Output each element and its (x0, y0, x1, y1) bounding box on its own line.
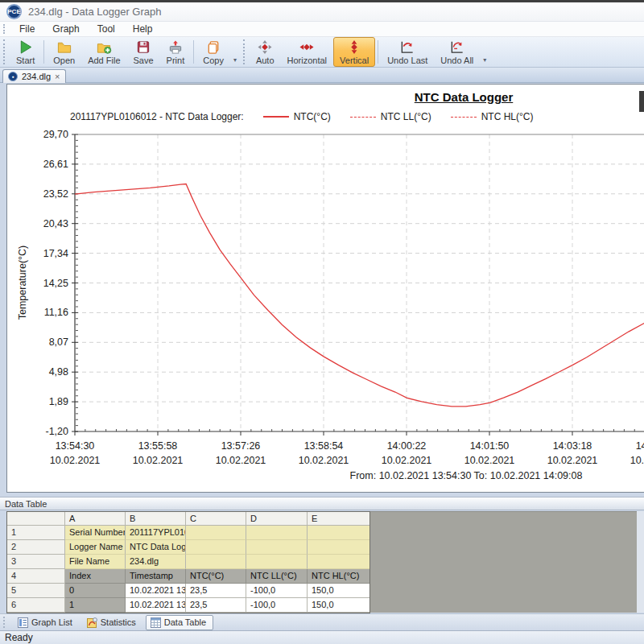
table-cell[interactable]: 1 (65, 598, 126, 613)
svg-text:14:04:46: 14:04:46 (636, 440, 644, 452)
col-header-corner[interactable] (7, 512, 65, 526)
tab-data-table[interactable]: Data Table (146, 615, 213, 630)
table-cell[interactable] (308, 555, 369, 569)
toolbar-separator (193, 40, 194, 64)
titlebar: PCE 234.dlg - Data Logger Graph (0, 2, 644, 22)
table-cell[interactable]: NTC Data Logger (126, 540, 186, 555)
open-button[interactable]: Open (47, 37, 81, 67)
table-cell[interactable] (308, 540, 369, 555)
save-button[interactable]: Save (127, 37, 160, 67)
toolbar-overflow-button-2[interactable]: ▾ (480, 37, 489, 67)
pce-tab-icon: ● (8, 72, 18, 81)
undo-all-label: Undo All (440, 56, 473, 65)
table-cell[interactable]: NTC HL(°C) (308, 569, 369, 584)
svg-text:8,07: 8,07 (49, 336, 68, 348)
svg-text:10.02.2021: 10.02.2021 (133, 455, 184, 466)
table-cell[interactable]: 0 (65, 584, 126, 598)
toolbar-grip-2[interactable] (243, 39, 246, 64)
table-cell[interactable]: 23,5 (186, 584, 246, 598)
tab-statistics[interactable]: Statistics (82, 615, 143, 630)
zoom-horizontal-icon (299, 39, 315, 55)
table-cell[interactable]: NTC(°C) (186, 569, 246, 584)
document-tab-234dlg[interactable]: ● 234.dlg × (2, 69, 66, 83)
data-table-scrollbar-track[interactable] (637, 511, 644, 613)
menu-file[interactable]: File (10, 22, 43, 36)
add-file-button[interactable]: Add File (81, 37, 126, 67)
table-cell[interactable]: 150,0 (308, 598, 369, 613)
table-cell[interactable] (186, 555, 246, 569)
copy-button[interactable]: Copy (196, 37, 230, 67)
col-header-e[interactable]: E (308, 512, 369, 526)
svg-text:14:01:50: 14:01:50 (470, 440, 510, 452)
start-button[interactable]: Start (10, 37, 41, 67)
menubar-grip[interactable] (3, 24, 6, 35)
zoom-auto-button[interactable]: Auto (250, 37, 281, 67)
table-cell[interactable] (186, 540, 246, 555)
table-cell[interactable] (246, 540, 308, 555)
zoom-vertical-icon (346, 39, 362, 55)
view-tabbar-grip[interactable] (3, 617, 6, 628)
save-floppy-icon (135, 39, 151, 55)
menubar: File Graph Tool Help (0, 22, 644, 37)
col-header-c[interactable]: C (186, 512, 246, 526)
col-header-d[interactable]: D (246, 512, 308, 526)
tab-graph-list-label: Graph List (31, 617, 72, 627)
add-file-label: Add File (88, 56, 120, 65)
chart-plot: 29,7026,6123,5220,4317,3414,2511,168,074… (7, 85, 644, 469)
col-header-a[interactable]: A (65, 512, 126, 526)
tab-graph-list[interactable]: Graph List (13, 615, 80, 630)
svg-text:23,52: 23,52 (43, 188, 68, 200)
undo-all-icon (449, 39, 465, 55)
svg-text:10.02.2021: 10.02.2021 (299, 455, 349, 466)
row-number[interactable]: 6 (7, 598, 65, 613)
row-number[interactable]: 4 (7, 569, 65, 584)
copy-label: Copy (203, 56, 224, 65)
row-number[interactable]: 2 (7, 540, 65, 555)
svg-text:29,70: 29,70 (43, 129, 68, 140)
menu-graph[interactable]: Graph (43, 22, 88, 36)
print-label: Print (167, 56, 185, 65)
print-button[interactable]: Print (160, 37, 192, 67)
start-label: Start (16, 56, 35, 65)
table-cell[interactable]: Timestamp (126, 569, 186, 584)
toolbar-grip-1[interactable] (3, 39, 6, 64)
table-cell[interactable] (246, 555, 308, 569)
table-cell[interactable]: Index (65, 569, 126, 584)
svg-text:13:54:30: 13:54:30 (56, 440, 95, 452)
menu-help[interactable]: Help (124, 22, 162, 36)
table-cell[interactable] (308, 526, 369, 540)
tab-close-icon[interactable]: × (55, 72, 60, 80)
toolbar-overflow-button[interactable]: ▾ (230, 37, 240, 67)
table-cell[interactable]: Logger Name (65, 540, 126, 555)
menu-tool[interactable]: Tool (89, 22, 124, 36)
zoom-horizontal-label: Horizontal (287, 56, 328, 65)
table-cell[interactable]: -100,0 (246, 584, 308, 598)
col-header-b[interactable]: B (126, 512, 186, 526)
zoom-horizontal-button[interactable]: Horizontal (281, 37, 334, 67)
row-number[interactable]: 5 (7, 584, 65, 598)
table-cell[interactable]: 234.dlg (126, 555, 186, 569)
table-cell[interactable]: File Name (65, 555, 126, 569)
svg-text:10.02.2021: 10.02.2021 (630, 455, 644, 466)
graph-vscrollbar-thumb[interactable] (639, 91, 644, 112)
table-cell[interactable] (186, 526, 246, 540)
table-cell[interactable]: 201117YPL010... (126, 526, 186, 540)
undo-all-button[interactable]: Undo All (434, 37, 480, 67)
table-cell[interactable]: 10.02.2021 13:... (126, 598, 186, 613)
open-folder-icon (56, 39, 72, 55)
svg-text:10.02.2021: 10.02.2021 (464, 455, 515, 466)
zoom-vertical-button[interactable]: Vertical (333, 37, 375, 67)
table-cell[interactable]: Serial Number (65, 526, 126, 540)
table-cell[interactable] (246, 526, 308, 540)
table-cell[interactable]: NTC LL(°C) (246, 569, 308, 584)
undo-last-button[interactable]: Undo Last (381, 37, 434, 67)
graph-list-icon (18, 617, 28, 628)
pce-logo-icon: PCE (6, 4, 22, 19)
table-cell[interactable]: -100,0 (246, 598, 308, 613)
table-cell[interactable]: 150,0 (308, 584, 369, 598)
table-cell[interactable]: 10.02.2021 13:... (126, 584, 186, 598)
table-cell[interactable]: 23,5 (186, 598, 246, 613)
row-number[interactable]: 1 (7, 526, 65, 540)
row-number[interactable]: 3 (7, 555, 65, 569)
undo-last-icon (399, 39, 415, 55)
